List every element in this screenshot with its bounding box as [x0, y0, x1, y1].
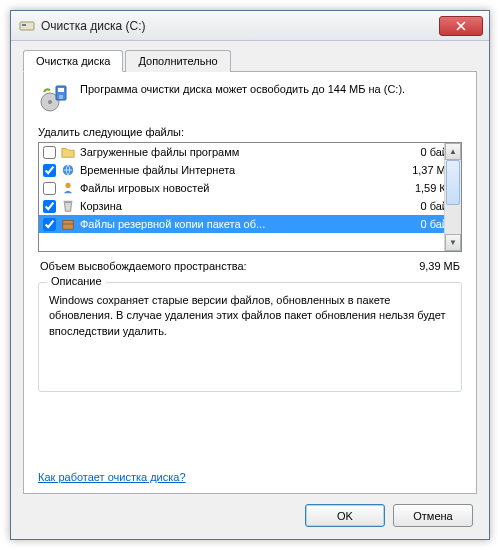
dialog-window: Очистка диска (C:) Очистка диска Дополни…	[10, 10, 490, 540]
scroll-track[interactable]	[445, 160, 461, 234]
svg-rect-9	[63, 221, 74, 230]
folder-icon	[60, 144, 76, 160]
tab-panel-cleanup: Программа очистки диска может освободить…	[23, 71, 477, 494]
file-checkbox[interactable]	[43, 200, 56, 213]
svg-rect-1	[22, 24, 26, 26]
tabstrip: Очистка диска Дополнительно	[23, 50, 477, 72]
delete-files-label: Удалить следующие файлы:	[38, 126, 462, 138]
svg-rect-8	[64, 201, 73, 203]
close-button[interactable]	[439, 16, 483, 36]
file-name: Файлы резервной копии пакета об...	[80, 218, 389, 230]
description-title: Описание	[47, 275, 106, 287]
file-row[interactable]: Файлы игровых новостей1,59 КБ	[39, 179, 461, 197]
titlebar: Очистка диска (C:)	[11, 11, 489, 41]
scrollbar[interactable]: ▲ ▼	[444, 143, 461, 251]
tab-more-options[interactable]: Дополнительно	[125, 50, 230, 72]
file-name: Файлы игровых новостей	[80, 182, 389, 194]
scroll-down-button[interactable]: ▼	[445, 234, 461, 251]
disk-cleanup-icon	[19, 18, 35, 34]
ok-button[interactable]: OK	[305, 504, 385, 527]
file-row[interactable]: Загруженные файлы программ0 байт	[39, 143, 461, 161]
file-checkbox[interactable]	[43, 164, 56, 177]
package-icon	[60, 216, 76, 232]
file-checkbox[interactable]	[43, 146, 56, 159]
svg-rect-5	[58, 88, 64, 92]
total-value: 9,39 МБ	[419, 260, 460, 272]
file-name: Загруженные файлы программ	[80, 146, 389, 158]
ie-icon	[60, 162, 76, 178]
news-icon	[60, 180, 76, 196]
svg-point-7	[65, 183, 70, 188]
files-listbox[interactable]: Загруженные файлы программ0 байтВременны…	[38, 142, 462, 252]
description-group: Описание Windows сохраняет старые версии…	[38, 282, 462, 392]
file-name: Временные файлы Интернета	[80, 164, 389, 176]
file-row[interactable]: Временные файлы Интернета1,37 МБ	[39, 161, 461, 179]
total-label: Объем высвобождаемого пространства:	[40, 260, 247, 272]
dialog-button-row: OK Отмена	[23, 494, 477, 527]
file-row[interactable]: Корзина0 байт	[39, 197, 461, 215]
description-text: Windows сохраняет старые версии файлов, …	[49, 293, 451, 339]
file-name: Корзина	[80, 200, 389, 212]
svg-point-3	[48, 100, 52, 104]
scroll-thumb[interactable]	[446, 160, 460, 205]
intro-text: Программа очистки диска может освободить…	[80, 82, 405, 114]
intro-block: Программа очистки диска может освободить…	[38, 82, 462, 114]
disk-cleanup-large-icon	[38, 82, 70, 114]
how-it-works-link[interactable]: Как работает очистка диска?	[38, 471, 462, 483]
file-checkbox[interactable]	[43, 218, 56, 231]
file-checkbox[interactable]	[43, 182, 56, 195]
file-row[interactable]: Файлы резервной копии пакета об...0 байт	[39, 215, 461, 233]
cancel-button[interactable]: Отмена	[393, 504, 473, 527]
scroll-up-button[interactable]: ▲	[445, 143, 461, 160]
tab-cleanup[interactable]: Очистка диска	[23, 50, 123, 72]
total-row: Объем высвобождаемого пространства: 9,39…	[40, 260, 460, 272]
bin-icon	[60, 198, 76, 214]
window-title: Очистка диска (C:)	[41, 19, 439, 33]
client-area: Очистка диска Дополнительно Программа оч…	[11, 41, 489, 539]
